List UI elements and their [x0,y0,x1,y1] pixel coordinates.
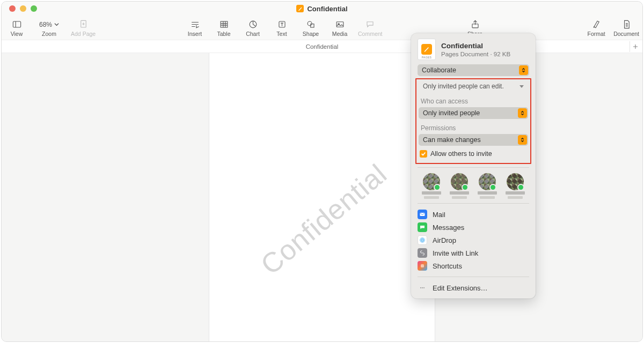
fullscreen-window-icon[interactable] [31,5,37,12]
svg-rect-25 [420,213,425,216]
comment-button: Comment [358,16,383,40]
contact-name-redacted [506,191,525,195]
add-page-button: Add Page [71,16,96,40]
permissions-label: Permissions [419,119,528,134]
divider [418,167,529,168]
share-via-mail[interactable]: Mail [418,208,529,221]
active-tab-title[interactable]: Confidential [306,43,339,50]
pages-doc-icon [296,5,304,12]
edit-extensions-label: Edit Extensions… [433,284,488,292]
who-can-access-label: Who can access [419,92,528,107]
permissions-highlight-region: Only invited people can edit. Who can ac… [415,78,531,164]
edit-extensions-button[interactable]: Edit Extensions… [418,281,529,294]
divider [418,203,529,204]
document-label: Document [613,31,639,37]
suggested-contacts-row [411,171,536,200]
contact-name-redacted [450,191,469,195]
svg-rect-16 [310,24,313,27]
share-messages-label: Messages [433,223,464,232]
share-via-airdrop[interactable]: AirDrop [418,234,529,247]
share-mode-select[interactable]: Collaborate [418,64,529,76]
who-can-access-value: Only invited people [423,109,480,117]
popover-title: Confidential [441,42,510,50]
media-label: Media [332,31,348,37]
svg-point-15 [308,21,312,26]
svg-point-26 [422,240,423,241]
share-app-list: Mail Messages AirDrop Invite with Link S… [411,207,536,273]
allow-others-row[interactable]: Allow others to invite [419,146,528,159]
contact-item[interactable] [420,173,443,199]
document-thumbnail-icon: PAGES [418,39,436,60]
document-button[interactable]: Document [613,16,639,40]
page[interactable]: Confidential [209,53,435,341]
close-window-icon[interactable] [9,5,16,12]
svg-rect-29 [421,264,424,267]
svg-rect-8 [221,21,228,27]
insert-label: Insert [188,31,202,37]
updown-icon [519,65,528,75]
link-icon [418,248,427,258]
svg-rect-0 [13,21,20,27]
text-button[interactable]: Text [271,16,292,40]
avatar-icon [507,173,524,190]
share-invite-with-link[interactable]: Invite with Link [418,247,529,259]
watermark-text: Confidential [254,158,393,281]
shape-label: Shape [303,31,319,37]
tab-bar: Confidential [2,40,642,53]
comment-label: Comment [358,31,383,37]
airdrop-icon [418,235,427,245]
share-via-messages[interactable]: Messages [418,221,529,234]
media-button[interactable]: Media [329,16,350,40]
document-canvas[interactable]: Confidential [2,53,642,341]
add-tab-button[interactable] [630,41,640,52]
toolbar: View 68% Zoom Add Page Insert Table [2,16,642,40]
contact-item[interactable] [448,173,471,199]
allow-others-checkbox[interactable] [420,150,427,158]
format-label: Format [588,31,605,37]
share-shortcuts-label: Shortcuts [433,262,462,270]
table-label: Table [217,31,230,37]
format-button[interactable]: Format [586,16,607,40]
shape-button[interactable]: Shape [300,16,321,40]
avatar-icon [423,173,440,190]
permissions-summary-toggle[interactable]: Only invited people can edit. [419,80,528,92]
insert-button[interactable]: Insert [184,16,206,40]
svg-point-27 [421,238,424,242]
svg-rect-17 [336,22,343,27]
who-can-access-select[interactable]: Only invited people [419,107,528,119]
allow-others-label: Allow others to invite [430,150,492,158]
svg-point-31 [422,287,423,288]
doc-thumb-label: PAGES [422,56,431,59]
updown-icon [518,135,527,145]
text-label: Text [276,31,287,37]
share-link-label: Invite with Link [433,249,478,257]
view-button[interactable]: View [6,16,27,40]
permissions-value: Can make changes [423,136,481,144]
avatar-icon [451,173,468,190]
zoom-value: 68% [39,21,52,28]
contact-name-redacted [478,191,497,195]
avatar-icon [479,173,496,190]
messages-icon [418,222,427,232]
table-button[interactable]: Table [213,16,235,40]
svg-point-30 [420,287,421,288]
share-airdrop-label: AirDrop [433,236,456,244]
view-label: View [11,31,23,37]
share-mail-label: Mail [433,211,445,219]
popover-subtitle: Pages Document · 92 KB [441,51,510,57]
updown-icon [518,108,527,118]
contact-item[interactable] [475,173,499,199]
chart-button[interactable]: Chart [242,16,264,40]
permissions-select[interactable]: Can make changes [419,134,528,146]
mail-icon [418,210,427,219]
shortcuts-icon [418,261,427,271]
share-via-shortcuts[interactable]: Shortcuts [418,259,529,272]
divider [418,277,529,277]
popover-header: PAGES Confidential Pages Document · 92 K… [411,33,536,64]
minimize-window-icon[interactable] [20,5,26,12]
share-popover: PAGES Confidential Pages Document · 92 K… [411,33,536,299]
zoom-button[interactable]: 68% Zoom [35,16,63,40]
contact-item[interactable] [503,173,527,199]
window-title: Confidential [2,5,642,13]
window-title-text: Confidential [307,5,347,13]
